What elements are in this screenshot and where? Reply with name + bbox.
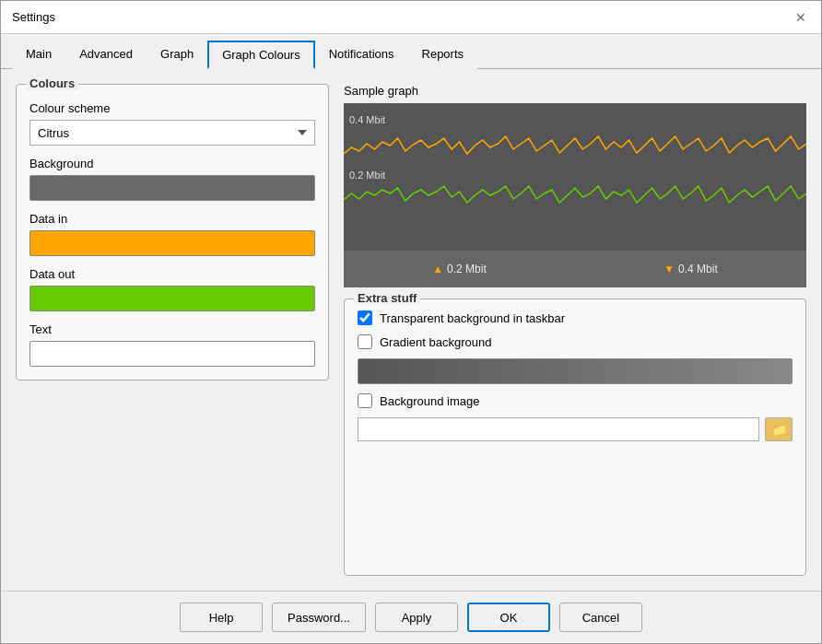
close-button[interactable]: ✕ <box>792 8 810 27</box>
colour-scheme-select[interactable]: Citrus <box>29 120 315 146</box>
graph-footer: ▲ 0.2 Mbit ▼ 0.4 Mbit <box>344 251 806 287</box>
tab-bar: Main Advanced Graph Graph Colours Notifi… <box>1 34 821 69</box>
text-color-swatch[interactable] <box>29 341 315 367</box>
colour-scheme-label: Colour scheme <box>29 101 315 115</box>
background-image-checkbox[interactable] <box>358 393 372 408</box>
data-in-label: Data in <box>29 212 315 226</box>
text-label: Text <box>29 322 315 336</box>
background-label: Background <box>29 157 315 170</box>
apply-button[interactable]: Apply <box>375 603 458 632</box>
tab-graph[interactable]: Graph <box>147 41 207 69</box>
graph-svg <box>344 103 806 251</box>
gradient-bg-checkbox[interactable] <box>358 334 372 349</box>
transparent-bg-row: Transparent background in taskbar <box>358 310 793 325</box>
sample-graph-title: Sample graph <box>344 84 806 98</box>
cancel-button[interactable]: Cancel <box>559 603 642 632</box>
graph-footer-down: ▼ 0.4 Mbit <box>663 263 718 275</box>
footer: Help Password... Apply OK Cancel <box>1 591 821 643</box>
folder-icon: 📁 <box>771 422 787 437</box>
right-panel: Sample graph 0.4 Mbit 0.2 Mbit <box>344 84 806 576</box>
arrow-down-icon: ▼ <box>663 263 675 275</box>
colours-group: Colours Colour scheme Citrus Background … <box>16 84 329 381</box>
browse-folder-button[interactable]: 📁 <box>765 417 793 441</box>
extra-stuff-group: Extra stuff Transparent background in ta… <box>344 299 806 576</box>
settings-window: Settings ✕ Main Advanced Graph Graph Col… <box>0 0 822 644</box>
main-content: Colours Colour scheme Citrus Background … <box>1 69 821 591</box>
colours-group-title: Colours <box>26 76 78 90</box>
tab-notifications[interactable]: Notifications <box>315 41 408 69</box>
graph-footer-up: ▲ 0.2 Mbit <box>432 263 487 275</box>
graph-area: 0.4 Mbit 0.2 Mbit <box>344 103 806 251</box>
sample-graph-section: Sample graph 0.4 Mbit 0.2 Mbit <box>344 84 806 287</box>
transparent-bg-checkbox[interactable] <box>358 310 372 325</box>
data-out-color-swatch[interactable] <box>29 286 315 311</box>
arrow-up-icon: ▲ <box>432 263 443 275</box>
tab-graph-colours[interactable]: Graph Colours <box>207 41 315 69</box>
transparent-bg-label: Transparent background in taskbar <box>380 311 565 325</box>
footer-up-label: 0.2 Mbit <box>447 263 487 275</box>
background-image-row: Background image <box>358 393 793 408</box>
sample-graph-container: 0.4 Mbit 0.2 Mbit ▲ 0.2 Mb <box>344 103 806 287</box>
ok-button[interactable]: OK <box>467 603 550 632</box>
background-image-label: Background image <box>380 394 479 408</box>
footer-down-label: 0.4 Mbit <box>678 263 718 275</box>
tab-main[interactable]: Main <box>12 41 65 69</box>
window-title: Settings <box>12 10 55 24</box>
gradient-swatch[interactable] <box>358 358 793 384</box>
left-panel: Colours Colour scheme Citrus Background … <box>16 84 329 576</box>
gradient-bg-row: Gradient background <box>358 334 793 349</box>
tab-advanced[interactable]: Advanced <box>65 41 147 69</box>
data-out-label: Data out <box>29 267 315 281</box>
password-button[interactable]: Password... <box>272 603 366 632</box>
gradient-bg-label: Gradient background <box>380 335 491 349</box>
background-image-path-input[interactable] <box>358 417 759 441</box>
extra-stuff-title: Extra stuff <box>354 291 420 305</box>
tab-reports[interactable]: Reports <box>408 41 478 69</box>
background-image-path-row: 📁 <box>358 417 793 441</box>
help-button[interactable]: Help <box>180 603 263 632</box>
data-in-color-swatch[interactable] <box>29 230 315 256</box>
background-color-swatch[interactable] <box>29 175 315 201</box>
titlebar: Settings ✕ <box>1 1 821 34</box>
